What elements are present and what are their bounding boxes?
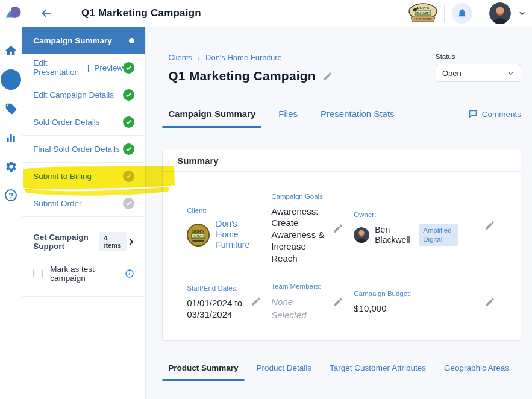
budget-value: $10,000 bbox=[354, 303, 411, 315]
info-icon[interactable] bbox=[125, 269, 134, 278]
tab-geographic-areas[interactable]: Geographic Areas bbox=[438, 363, 515, 380]
topbar-divider bbox=[444, 4, 445, 22]
breadcrumb-client-name[interactable]: Don's Home Furniture bbox=[205, 53, 282, 62]
gear-icon bbox=[5, 160, 17, 173]
top-bar: Q1 Marketing Campaign DON'S HOME FURNITU… bbox=[0, 0, 532, 27]
pencil-icon bbox=[251, 296, 261, 307]
campaign-goals-value: Awareness: Create Awareness & Increase R… bbox=[271, 206, 328, 265]
nav-campaigns-active[interactable] bbox=[0, 65, 22, 94]
sidebar-item-final-sold-order-details[interactable]: Final Sold Order Details bbox=[22, 136, 145, 163]
support-items-badge: 4 items bbox=[99, 232, 127, 251]
svg-text:DON'S: DON'S bbox=[416, 5, 430, 10]
sidebar-item-label: Submit Order bbox=[33, 199, 123, 208]
detail-tabs: Campaign Summary Files Presentation Stat… bbox=[162, 108, 521, 127]
sidebar-item-label: Campaign Summary bbox=[33, 36, 129, 45]
client-label: Client: bbox=[187, 206, 271, 215]
sidebar-item-sold-order-details[interactable]: Sold Order Details bbox=[22, 108, 145, 136]
tab-target-customer-attributes[interactable]: Target Customer Attributes bbox=[324, 363, 432, 380]
pencil-icon bbox=[484, 297, 495, 307]
tab-presentation-stats[interactable]: Presentation Stats bbox=[315, 108, 401, 127]
active-dot-icon bbox=[129, 38, 134, 43]
tab-product-details[interactable]: Product Details bbox=[251, 363, 318, 380]
status-label: Status bbox=[436, 53, 521, 60]
edit-dates-button[interactable] bbox=[251, 296, 261, 307]
sidebar-item-preview-link[interactable]: Preview bbox=[94, 63, 123, 72]
chevron-down-icon bbox=[507, 69, 515, 77]
page-title: Q1 Marketing Campaign bbox=[168, 69, 316, 83]
check-done-icon bbox=[123, 89, 134, 101]
svg-text:HOME: HOME bbox=[416, 11, 430, 16]
sidebar-item-edit-campaign-details[interactable]: Edit Campaign Details bbox=[22, 81, 145, 108]
help-icon: ? bbox=[5, 189, 17, 201]
edit-title-button[interactable] bbox=[323, 71, 333, 81]
user-menu-chevron[interactable] bbox=[518, 10, 526, 17]
nav-home[interactable] bbox=[0, 36, 22, 65]
svg-text:FURNITURE: FURNITURE bbox=[413, 17, 433, 21]
sidebar-item-label[interactable]: Edit Presentation bbox=[33, 58, 82, 77]
test-campaign-label: Mark as test campaign bbox=[50, 265, 119, 283]
team-members-value: None Selected bbox=[271, 295, 328, 322]
breadcrumb-separator-icon: › bbox=[198, 54, 200, 62]
app-logo[interactable] bbox=[0, 0, 27, 27]
sidebar-item-submit-to-billing[interactable]: Submit to Billing bbox=[22, 163, 145, 190]
home-icon bbox=[4, 44, 17, 57]
icon-rail: ? bbox=[0, 27, 22, 399]
field-dates: Start/End Dates: 01/01/2024 to 03/31/202… bbox=[187, 284, 271, 321]
product-tabs: Product Summary Product Details Target C… bbox=[162, 363, 521, 380]
check-done-icon bbox=[123, 116, 134, 128]
client-logo-icon: DON'S HOME bbox=[187, 224, 210, 247]
field-campaign-goals: Campaign Goals: Awareness: Create Awaren… bbox=[271, 192, 354, 264]
comments-button[interactable]: Comments bbox=[468, 109, 521, 127]
sidebar-item-campaign-summary[interactable]: Campaign Summary bbox=[22, 27, 145, 54]
pencil-icon bbox=[333, 297, 343, 307]
bell-icon bbox=[457, 8, 468, 19]
breadcrumb-clients[interactable]: Clients bbox=[168, 53, 192, 62]
status-select[interactable]: Open bbox=[436, 64, 521, 82]
edit-goals-button[interactable] bbox=[333, 223, 343, 234]
comment-bubble-icon bbox=[468, 109, 478, 119]
field-team-members: Team Members: None Selected bbox=[271, 282, 354, 321]
tab-product-summary[interactable]: Product Summary bbox=[162, 363, 244, 380]
chevron-down-icon bbox=[518, 10, 526, 17]
client-name-link[interactable]: Don's Home Furniture bbox=[216, 219, 254, 251]
tab-campaign-summary[interactable]: Campaign Summary bbox=[162, 108, 261, 127]
pencil-icon bbox=[323, 71, 333, 81]
bar-chart-icon bbox=[5, 131, 17, 143]
main-content: Clients › Don's Home Furniture Q1 Market… bbox=[146, 27, 532, 399]
get-campaign-support[interactable]: Get Campaign Support 4 items bbox=[22, 232, 145, 251]
pencil-icon bbox=[484, 220, 495, 231]
status-value: Open bbox=[442, 69, 462, 78]
summary-card-header: Summary bbox=[163, 149, 521, 172]
campaign-goals-label: Campaign Goals: bbox=[271, 192, 328, 201]
nav-help[interactable]: ? bbox=[0, 181, 22, 210]
sidebar-item-edit-presentation[interactable]: Edit Presentation | Preview bbox=[22, 54, 145, 81]
dates-value: 01/01/2024 to 03/31/2024 bbox=[187, 297, 249, 321]
check-done-icon bbox=[123, 62, 134, 74]
client-logo-badge: DON'S HOME FURNITURE bbox=[408, 2, 438, 24]
nav-tags[interactable] bbox=[0, 94, 22, 123]
svg-text:DON'S: DON'S bbox=[192, 229, 204, 233]
notifications-button[interactable] bbox=[452, 3, 472, 24]
label-divider: | bbox=[87, 63, 90, 72]
back-button[interactable] bbox=[27, 0, 66, 27]
campaign-steps-sidebar: Campaign Summary Edit Presentation | Pre… bbox=[22, 27, 146, 399]
brand-logo-icon bbox=[4, 4, 22, 22]
owner-avatar bbox=[354, 227, 369, 243]
topbar-title: Q1 Marketing Campaign bbox=[81, 7, 201, 19]
sidebar-item-label: Sold Order Details bbox=[33, 118, 123, 127]
edit-owner-button[interactable] bbox=[484, 220, 495, 231]
tab-files[interactable]: Files bbox=[272, 108, 304, 127]
check-pending-icon bbox=[123, 171, 134, 182]
nav-analytics[interactable] bbox=[0, 123, 22, 152]
edit-budget-button[interactable] bbox=[484, 297, 495, 307]
edit-team-button[interactable] bbox=[333, 297, 343, 307]
sidebar-item-label: Final Sold Order Details bbox=[33, 145, 123, 154]
chevron-right-icon bbox=[127, 237, 136, 247]
test-campaign-checkbox[interactable] bbox=[33, 269, 43, 278]
user-avatar[interactable] bbox=[489, 2, 511, 24]
nav-settings[interactable] bbox=[0, 152, 22, 181]
owner-org-badge: Amplified Digital bbox=[419, 224, 458, 246]
check-pending-icon bbox=[123, 198, 134, 209]
team-members-label: Team Members: bbox=[271, 282, 328, 291]
sidebar-item-submit-order[interactable]: Submit Order bbox=[22, 190, 145, 217]
